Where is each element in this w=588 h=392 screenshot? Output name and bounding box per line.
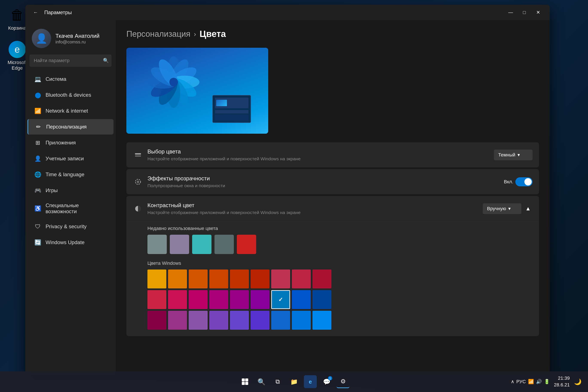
search-input[interactable] [30, 54, 111, 66]
win-color-1-1[interactable] [168, 290, 187, 309]
taskbar-settings[interactable]: ⚙ [336, 375, 350, 388]
search-icon: 🔍 [103, 58, 109, 64]
setting-title-contrast: Контрастный цвет [148, 202, 478, 209]
taskbar-search[interactable]: 🔍 [255, 375, 268, 388]
win-color-2-0[interactable] [148, 311, 166, 330]
breadcrumb: Персонализация › Цвета [126, 29, 539, 39]
win-color-2-5[interactable] [250, 311, 270, 330]
sidebar-item-accounts[interactable]: 👤 Учетные записи [28, 151, 114, 166]
win-color-0-6[interactable] [271, 270, 290, 288]
system-icon: 💻 [34, 75, 42, 83]
setting-title-transparency: Эффекты прозрачности [148, 175, 500, 182]
recent-color-2[interactable] [170, 235, 189, 254]
svg-rect-13 [135, 153, 141, 154]
sidebar-item-network[interactable]: 📶 Network & internet [28, 103, 114, 119]
setting-item-transparency: Эффекты прозрачности Полупрозрачные окна… [126, 169, 539, 194]
setting-control-color: Темный ▾ [494, 150, 532, 160]
win-color-2-8[interactable] [312, 311, 332, 330]
maximize-button[interactable]: □ [518, 7, 531, 18]
sidebar-item-privacy[interactable]: 🛡 Privacy & security [28, 219, 114, 234]
win-color-2-1[interactable] [168, 311, 187, 330]
close-button[interactable]: ✕ [532, 7, 544, 18]
contrast-dropdown[interactable]: Вручную ▾ [483, 203, 522, 214]
taskbar-edge[interactable]: e [304, 375, 317, 388]
taskbar-explorer[interactable]: 📁 [288, 375, 300, 388]
win-color-0-3[interactable] [209, 270, 228, 288]
setting-text-transparency: Эффекты прозрачности Полупрозрачные окна… [148, 175, 500, 188]
color-choice-dropdown[interactable]: Темный ▾ [494, 150, 532, 160]
recent-colors-swatches [148, 235, 532, 254]
sidebar-item-label-accounts: Учетные записи [46, 156, 84, 162]
sidebar-item-label-update: Windows Update [46, 240, 84, 246]
win-color-0-7[interactable] [292, 270, 311, 288]
back-button[interactable]: ← [30, 7, 41, 18]
sidebar-item-time[interactable]: 🌐 Time & language [28, 167, 114, 182]
preview-container [126, 48, 268, 134]
battery-icon[interactable]: 🔋 [544, 379, 550, 384]
sidebar-item-accessibility[interactable]: ♿ Специальные возможности [28, 198, 114, 218]
user-profile[interactable]: 👤 Ткачев Анатолий info@comss.ru [25, 24, 116, 54]
wifi-icon[interactable]: 📶 [528, 379, 534, 384]
recycle-bin-label: Корзина [8, 25, 26, 31]
accounts-icon: 👤 [34, 155, 42, 162]
sidebar-item-bluetooth[interactable]: ⬤ Bluetooth & devices [28, 87, 114, 103]
notifications-icon[interactable]: 🌙 [574, 378, 582, 385]
edge-icon: e [8, 41, 26, 58]
contrast-expanded: Недавно использованные цвета Цвета Windo… [126, 221, 539, 336]
accessibility-icon: ♿ [34, 204, 42, 212]
colors-row-3 [148, 311, 532, 330]
win-color-0-5[interactable] [250, 270, 270, 288]
win-color-0-1[interactable] [168, 270, 187, 288]
breadcrumb-arrow: › [194, 30, 196, 38]
recent-color-4[interactable] [214, 235, 234, 254]
clock-time: 21:39 [554, 375, 570, 382]
colors-row-1 [148, 270, 532, 288]
win-color-2-2[interactable] [189, 311, 208, 330]
start-button[interactable] [238, 375, 252, 388]
win-color-1-5[interactable] [250, 290, 270, 309]
recycle-bin-icon: 🗑 [8, 6, 26, 24]
sidebar-item-apps[interactable]: ⊞ Приложения [28, 135, 114, 150]
transparency-toggle[interactable] [515, 177, 532, 186]
win-color-1-6[interactable] [271, 290, 290, 309]
window-controls: — □ ✕ [504, 7, 544, 18]
sidebar-item-gaming[interactable]: 🎮 Игры [28, 183, 114, 198]
contrast-expand-button[interactable]: ▲ [524, 204, 532, 214]
minimize-button[interactable]: — [504, 7, 517, 18]
toggle-label-transparency: Вкл. [504, 179, 514, 184]
svg-point-12 [169, 78, 178, 86]
win-color-2-4[interactable] [230, 311, 249, 330]
taskbar-lang: РУС [516, 379, 526, 384]
sidebar-item-personalization[interactable]: ✏ Персонализация [28, 119, 114, 134]
speaker-icon[interactable]: 🔊 [536, 379, 542, 384]
bluetooth-icon: ⬤ [34, 91, 42, 99]
sidebar-item-update[interactable]: 🔄 Windows Update [28, 235, 114, 250]
svg-rect-20 [242, 382, 245, 385]
svg-rect-19 [245, 378, 248, 382]
win-color-1-7[interactable] [292, 290, 311, 309]
win-color-0-2[interactable] [189, 270, 208, 288]
sidebar-item-system[interactable]: 💻 Система [28, 71, 114, 87]
user-name: Ткачев Анатолий [56, 33, 109, 39]
win-color-0-8[interactable] [312, 270, 332, 288]
win-color-1-8[interactable] [312, 290, 332, 309]
taskbar-taskview[interactable]: ⧉ [271, 375, 284, 388]
recent-color-1[interactable] [148, 235, 167, 254]
user-email: info@comss.ru [56, 39, 109, 44]
win-color-2-7[interactable] [292, 311, 311, 330]
win-color-1-3[interactable] [209, 290, 228, 309]
win-color-0-4[interactable] [230, 270, 249, 288]
taskbar-clock[interactable]: 21:39 28.6.21 [554, 375, 570, 388]
win-color-1-0[interactable] [148, 290, 166, 309]
win-color-1-4[interactable] [230, 290, 249, 309]
taskbar-chat[interactable]: 💬 1 [320, 375, 333, 388]
win-color-0-0[interactable] [148, 270, 166, 288]
setting-text-contrast: Контрастный цвет Настройте отображение п… [148, 202, 478, 215]
recent-color-3[interactable] [192, 235, 212, 254]
chevron-up-icon[interactable]: ∧ [511, 379, 514, 384]
settings-window: ← Параметры — □ ✕ 👤 Ткачев Анатолий info… [25, 5, 550, 374]
recent-color-5[interactable] [237, 235, 256, 254]
win-color-2-3[interactable] [209, 311, 228, 330]
win-color-1-2[interactable] [189, 290, 208, 309]
win-color-2-6[interactable] [271, 311, 290, 330]
